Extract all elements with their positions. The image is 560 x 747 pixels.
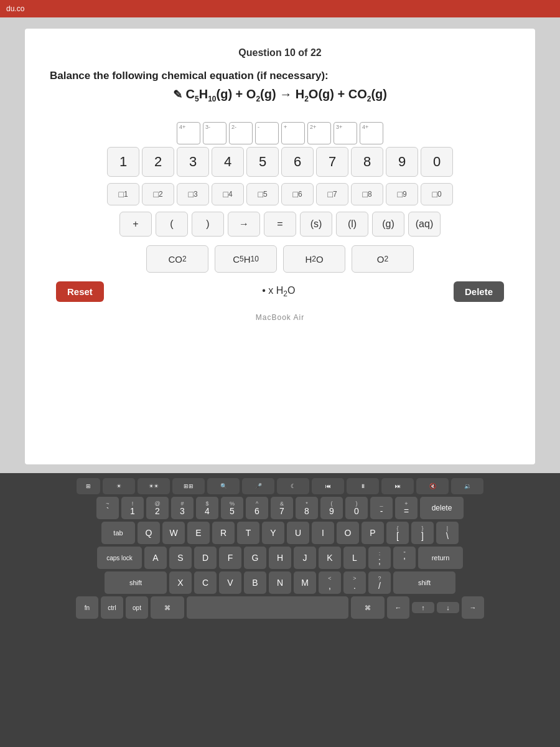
key-arrow-up[interactable]: ↑ [412, 602, 434, 613]
key-bracket-open[interactable]: {[ [386, 522, 409, 544]
key-e[interactable]: E [187, 522, 210, 544]
key-equals[interactable]: += [395, 497, 418, 519]
key-3[interactable]: #3 [171, 497, 194, 519]
sub-btn-4[interactable]: □4 [212, 183, 244, 205]
key-space[interactable] [187, 596, 348, 619]
key-8[interactable]: *8 [296, 497, 318, 519]
delete-button[interactable]: Delete [454, 281, 504, 302]
sub-btn-5[interactable]: □5 [246, 183, 279, 205]
key-f8[interactable]: ⏸ [347, 478, 379, 494]
key-r[interactable]: R [212, 522, 235, 544]
key-fn[interactable]: fn [76, 596, 98, 619]
chem-o2[interactable]: O2 [352, 245, 414, 273]
key-tab[interactable]: tab [101, 522, 135, 544]
key-quote[interactable]: "' [393, 547, 416, 569]
key-cmd-right[interactable]: ⌘ [351, 596, 385, 619]
key-5[interactable]: %5 [221, 497, 243, 519]
sym-gas[interactable]: (g) [372, 212, 404, 237]
coeff-box-2minus[interactable]: 2- [229, 122, 253, 144]
key-f7[interactable]: ⏮ [312, 478, 344, 494]
key-x[interactable]: C [194, 571, 217, 594]
key-6[interactable]: ^6 [246, 497, 268, 519]
key-g[interactable]: G [244, 547, 266, 569]
key-option[interactable]: opt [126, 596, 148, 619]
sym-arrow[interactable]: → [228, 212, 260, 237]
coeff-box-plus[interactable]: + [281, 122, 305, 144]
key-arrow-left[interactable]: ← [387, 596, 409, 619]
key-a[interactable]: A [144, 547, 167, 569]
num-btn-2[interactable]: 2 [142, 147, 174, 177]
sym-equals[interactable]: = [264, 212, 296, 237]
key-9[interactable]: (9 [320, 497, 343, 519]
sym-liquid[interactable]: (l) [336, 212, 368, 237]
key-d[interactable]: D [194, 547, 217, 569]
key-p[interactable]: P [362, 522, 384, 544]
key-f9[interactable]: ⏭ [381, 478, 414, 494]
chem-h2o[interactable]: H2O [283, 245, 345, 273]
key-cmd-left[interactable]: ⌘ [151, 596, 184, 619]
coeff-box-4plus[interactable]: 4+ [177, 122, 200, 144]
key-0[interactable]: )0 [345, 497, 368, 519]
key-f10[interactable]: 🔇 [416, 478, 449, 494]
key-minus[interactable]: _- [370, 497, 393, 519]
coeff-box-4plusplus[interactable]: 4+ [360, 122, 383, 144]
sym-aqueous[interactable]: (aq) [408, 212, 441, 237]
key-1[interactable]: !1 [121, 497, 144, 519]
sub-btn-9[interactable]: □9 [386, 183, 418, 205]
key-slash[interactable]: ?/ [368, 571, 391, 594]
coeff-box-minus[interactable]: - [255, 122, 279, 144]
sub-btn-0[interactable]: □0 [421, 183, 453, 205]
key-bracket-close[interactable]: }] [411, 522, 434, 544]
key-f4[interactable]: 🔍 [207, 478, 240, 494]
key-shift-left[interactable]: shift [105, 571, 167, 594]
num-btn-0[interactable]: 0 [421, 147, 453, 177]
key-q[interactable]: Q [138, 522, 160, 544]
chem-co2[interactable]: CO2 [146, 245, 208, 273]
coeff-box-2plus[interactable]: 2+ [307, 122, 331, 144]
num-btn-7[interactable]: 7 [316, 147, 348, 177]
sub-btn-2[interactable]: □2 [142, 183, 174, 205]
key-caps-lock[interactable]: caps lock [97, 547, 142, 569]
key-backslash[interactable]: |\ [436, 522, 459, 544]
sym-plus[interactable]: + [119, 212, 152, 237]
num-btn-8[interactable]: 8 [351, 147, 383, 177]
key-semicolon[interactable]: :; [368, 547, 391, 569]
key-arrow-down[interactable]: ↓ [437, 602, 459, 613]
key-fn-special[interactable]: ⊞ [77, 478, 100, 494]
sym-open-paren[interactable]: ( [156, 212, 188, 237]
key-t[interactable]: T [237, 522, 259, 544]
key-h[interactable]: H [269, 547, 291, 569]
sym-solid[interactable]: (s) [300, 212, 332, 237]
coeff-box-3minus[interactable]: 3- [203, 122, 226, 144]
key-f1[interactable]: ☀ [103, 478, 135, 494]
sym-close-paren[interactable]: ) [192, 212, 224, 237]
key-7[interactable]: &7 [271, 497, 293, 519]
num-btn-3[interactable]: 3 [177, 147, 209, 177]
key-arrow-right[interactable]: → [462, 596, 484, 619]
chem-c5h10[interactable]: C5H10 [215, 245, 277, 273]
key-y[interactable]: Y [262, 522, 284, 544]
num-btn-4[interactable]: 4 [212, 147, 244, 177]
key-f11[interactable]: 🔉 [451, 478, 483, 494]
key-4[interactable]: $4 [196, 497, 218, 519]
key-k[interactable]: K [319, 547, 341, 569]
key-comma[interactable]: <, [319, 571, 341, 594]
key-ctrl[interactable]: ctrl [101, 596, 123, 619]
key-l[interactable]: L [343, 547, 366, 569]
key-delete[interactable]: delete [420, 497, 464, 519]
key-u[interactable]: U [287, 522, 309, 544]
key-j[interactable]: J [294, 547, 316, 569]
num-btn-1[interactable]: 1 [107, 147, 139, 177]
reset-button[interactable]: Reset [56, 281, 104, 302]
key-c[interactable]: V [219, 571, 241, 594]
sub-btn-3[interactable]: □3 [177, 183, 209, 205]
key-period[interactable]: >. [343, 571, 366, 594]
num-btn-6[interactable]: 6 [281, 147, 314, 177]
key-backtick[interactable]: ~` [96, 497, 119, 519]
key-f3[interactable]: ⊞⊞ [172, 478, 205, 494]
key-f[interactable]: F [219, 547, 241, 569]
key-s[interactable]: S [169, 547, 192, 569]
sub-btn-6[interactable]: □6 [281, 183, 314, 205]
sub-btn-7[interactable]: □7 [316, 183, 348, 205]
key-o[interactable]: O [337, 522, 359, 544]
